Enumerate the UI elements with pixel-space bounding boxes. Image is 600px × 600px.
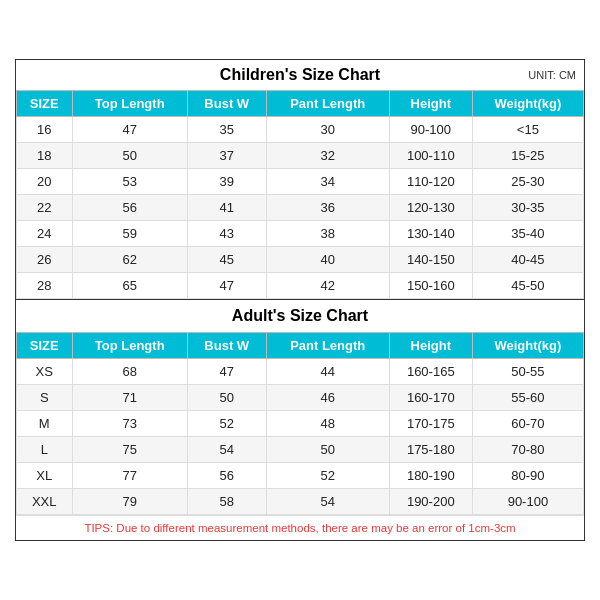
table-cell: 16	[17, 117, 73, 143]
adult-chart-title: Adult's Size Chart	[16, 299, 584, 332]
adult-header-pant-length: Pant Length	[266, 333, 389, 359]
table-cell: 37	[187, 143, 266, 169]
table-cell: 26	[17, 247, 73, 273]
table-cell: 75	[72, 437, 187, 463]
table-row: 28654742150-16045-50	[17, 273, 584, 299]
table-cell: 43	[187, 221, 266, 247]
table-cell: 79	[72, 489, 187, 515]
children-table: SIZE Top Length Bust W Pant Length Heigh…	[16, 90, 584, 299]
adult-header-top-length: Top Length	[72, 333, 187, 359]
table-cell: 47	[187, 273, 266, 299]
table-cell: 30-35	[472, 195, 583, 221]
adult-header-height: Height	[389, 333, 472, 359]
table-cell: 58	[187, 489, 266, 515]
table-cell: 44	[266, 359, 389, 385]
adult-header-size: SIZE	[17, 333, 73, 359]
table-cell: 54	[266, 489, 389, 515]
children-header-height: Height	[389, 91, 472, 117]
table-cell: L	[17, 437, 73, 463]
table-row: 22564136120-13030-35	[17, 195, 584, 221]
table-cell: 50	[72, 143, 187, 169]
table-cell: 47	[72, 117, 187, 143]
table-cell: M	[17, 411, 73, 437]
table-cell: 36	[266, 195, 389, 221]
table-cell: 90-100	[389, 117, 472, 143]
table-cell: XL	[17, 463, 73, 489]
table-row: S715046160-17055-60	[17, 385, 584, 411]
table-cell: 73	[72, 411, 187, 437]
table-cell: 68	[72, 359, 187, 385]
table-cell: 56	[187, 463, 266, 489]
adult-header-row: SIZE Top Length Bust W Pant Length Heigh…	[17, 333, 584, 359]
table-cell: 90-100	[472, 489, 583, 515]
table-row: L755450175-18070-80	[17, 437, 584, 463]
table-cell: 48	[266, 411, 389, 437]
table-cell: 24	[17, 221, 73, 247]
table-cell: <15	[472, 117, 583, 143]
table-cell: 175-180	[389, 437, 472, 463]
table-row: XL775652180-19080-90	[17, 463, 584, 489]
table-cell: 120-130	[389, 195, 472, 221]
table-row: XS684744160-16550-55	[17, 359, 584, 385]
table-cell: 22	[17, 195, 73, 221]
table-cell: S	[17, 385, 73, 411]
table-cell: 18	[17, 143, 73, 169]
table-cell: XS	[17, 359, 73, 385]
table-cell: 77	[72, 463, 187, 489]
table-cell: 100-110	[389, 143, 472, 169]
table-cell: 160-165	[389, 359, 472, 385]
table-cell: 39	[187, 169, 266, 195]
table-cell: 62	[72, 247, 187, 273]
table-cell: 80-90	[472, 463, 583, 489]
table-cell: 53	[72, 169, 187, 195]
table-row: 24594338130-14035-40	[17, 221, 584, 247]
table-cell: 34	[266, 169, 389, 195]
table-row: M735248170-17560-70	[17, 411, 584, 437]
table-cell: 190-200	[389, 489, 472, 515]
table-cell: 56	[72, 195, 187, 221]
children-header-weight: Weight(kg)	[472, 91, 583, 117]
table-cell: 25-30	[472, 169, 583, 195]
adult-header-weight: Weight(kg)	[472, 333, 583, 359]
tips-text: TIPS: Due to different measurement metho…	[16, 515, 584, 540]
table-cell: 50	[187, 385, 266, 411]
table-row: 18503732100-11015-25	[17, 143, 584, 169]
table-cell: 46	[266, 385, 389, 411]
adult-title-text: Adult's Size Chart	[232, 307, 368, 324]
table-row: 26624540140-15040-45	[17, 247, 584, 273]
table-cell: 20	[17, 169, 73, 195]
table-cell: 38	[266, 221, 389, 247]
table-cell: 180-190	[389, 463, 472, 489]
table-cell: 52	[187, 411, 266, 437]
table-cell: 35	[187, 117, 266, 143]
table-cell: 71	[72, 385, 187, 411]
table-cell: 60-70	[472, 411, 583, 437]
unit-label: UNIT: CM	[528, 69, 576, 81]
table-cell: 150-160	[389, 273, 472, 299]
table-cell: 45	[187, 247, 266, 273]
table-cell: 170-175	[389, 411, 472, 437]
table-cell: 130-140	[389, 221, 472, 247]
table-cell: 160-170	[389, 385, 472, 411]
children-title-text: Children's Size Chart	[220, 66, 380, 83]
children-header-top-length: Top Length	[72, 91, 187, 117]
table-cell: 59	[72, 221, 187, 247]
table-cell: 47	[187, 359, 266, 385]
children-header-row: SIZE Top Length Bust W Pant Length Heigh…	[17, 91, 584, 117]
table-cell: 50	[266, 437, 389, 463]
adult-header-bust-w: Bust W	[187, 333, 266, 359]
table-cell: 42	[266, 273, 389, 299]
children-header-bust-w: Bust W	[187, 91, 266, 117]
table-cell: 140-150	[389, 247, 472, 273]
table-cell: 54	[187, 437, 266, 463]
children-header-pant-length: Pant Length	[266, 91, 389, 117]
children-chart-title: Children's Size Chart UNIT: CM	[16, 60, 584, 90]
table-cell: XXL	[17, 489, 73, 515]
table-cell: 32	[266, 143, 389, 169]
table-cell: 52	[266, 463, 389, 489]
adult-table: SIZE Top Length Bust W Pant Length Heigh…	[16, 332, 584, 515]
table-row: 20533934110-12025-30	[17, 169, 584, 195]
size-chart-container: Children's Size Chart UNIT: CM SIZE Top …	[15, 59, 585, 541]
table-cell: 70-80	[472, 437, 583, 463]
table-cell: 45-50	[472, 273, 583, 299]
